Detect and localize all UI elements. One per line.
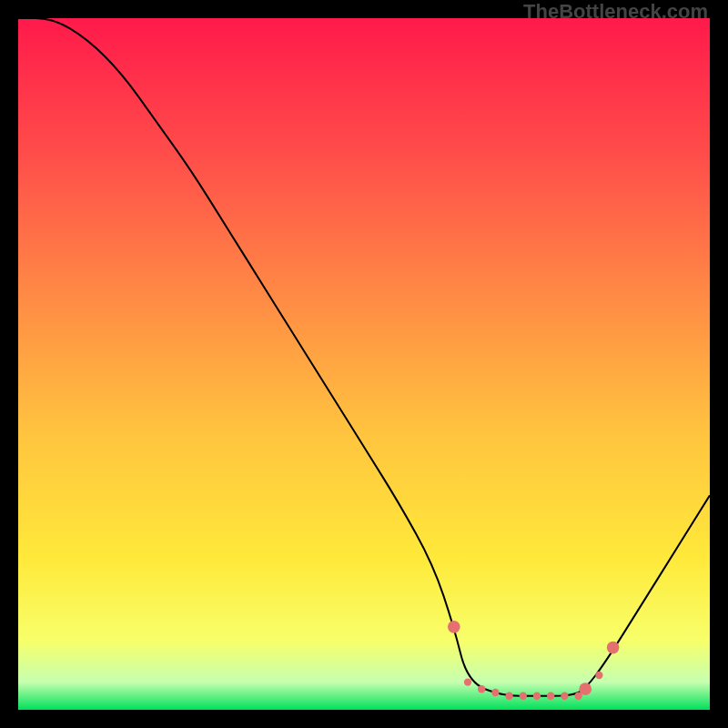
bottleneck-curve-line	[18, 18, 710, 696]
flat-marker-dot	[478, 685, 485, 693]
flat-marker-dot	[448, 621, 460, 633]
flat-marker-dot	[520, 693, 527, 700]
flat-marker-dot	[607, 642, 620, 654]
flat-marker-dot	[579, 682, 592, 695]
flat-region-markers	[448, 621, 619, 700]
flat-marker-dot	[505, 693, 512, 700]
flat-marker-dot	[533, 693, 541, 700]
chart-plot-area	[18, 18, 710, 710]
bottleneck-curve-svg	[18, 18, 710, 710]
watermark-text: TheBottleneck.com	[523, 0, 708, 24]
flat-marker-dot	[464, 678, 471, 685]
flat-marker-dot	[561, 693, 568, 700]
flat-marker-dot	[547, 693, 554, 700]
flat-marker-dot	[491, 689, 499, 696]
flat-marker-dot	[595, 672, 602, 679]
